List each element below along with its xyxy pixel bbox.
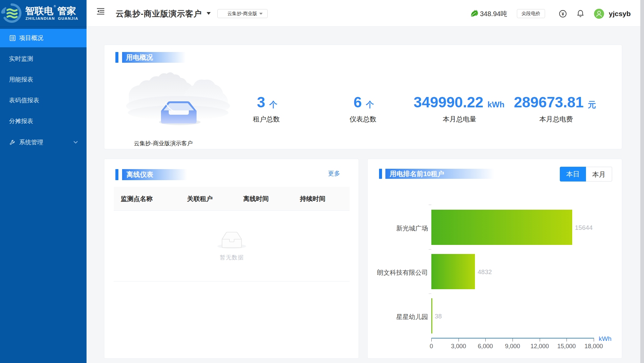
svg-text:¥: ¥ xyxy=(561,11,564,16)
svg-text:智联电: 智联电 xyxy=(25,6,54,16)
svg-text:CO.: CO. xyxy=(474,10,478,12)
svg-text:®: ® xyxy=(54,5,56,8)
svg-text:ZHILIANDIAN GUANJIA: ZHILIANDIAN GUANJIA xyxy=(25,16,78,20)
svg-text:管家: 管家 xyxy=(57,6,76,16)
